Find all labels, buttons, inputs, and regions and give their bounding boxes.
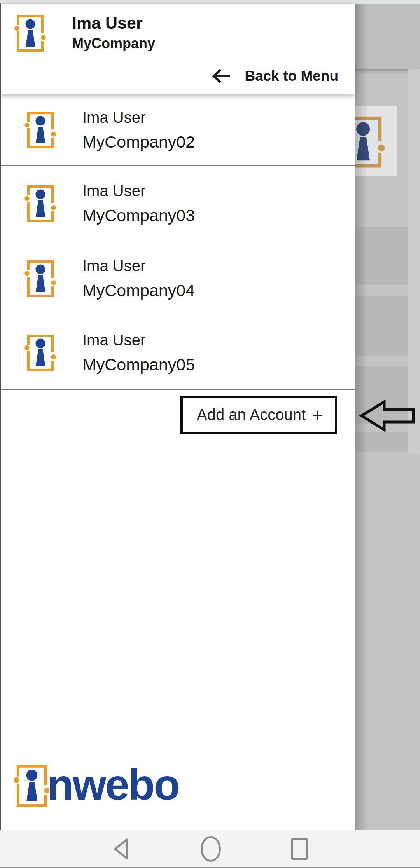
current-user-name: Ima User [72,14,143,32]
account-row[interactable]: Ima User MyCompany02 [0,94,355,166]
inwebo-account-icon [9,12,46,53]
nav-back-button[interactable] [112,838,130,860]
account-user-name: Ima User [82,258,195,273]
account-row-icon [19,183,56,223]
arrow-left-icon [212,68,231,84]
account-row-icon [19,332,56,373]
account-drawer: Ima User MyCompany Back to Menu Ima User… [0,4,355,830]
inwebo-account-icon [19,109,56,150]
account-row-icon [19,258,56,298]
account-row[interactable]: Ima User MyCompany04 [0,241,355,315]
account-row-text: Ima User MyCompany04 [82,258,195,298]
android-nav-bar [0,830,420,868]
back-triangle-icon [112,838,130,860]
app-screen: Ima User MyCompany Back to Menu Ima User… [0,0,420,868]
account-user-name: Ima User [82,332,195,347]
account-row-text: Ima User MyCompany03 [82,183,195,224]
inwebo-account-icon [19,258,56,298]
current-account-name: MyCompany [72,36,155,51]
account-company-name: MyCompany02 [82,133,195,150]
inwebo-logo-icon [8,762,50,809]
inwebo-wordmark: nwebo [47,763,179,807]
account-list: Ima User MyCompany02 Ima User MyCompany0… [0,94,355,390]
add-account-label: Add an Account [197,406,312,424]
back-to-menu-button[interactable]: Back to Menu [212,64,338,88]
inwebo-account-icon [8,762,50,809]
plus-icon: + [312,405,323,425]
inwebo-logo: nwebo [0,758,233,820]
account-company-name: MyCompany04 [82,282,195,298]
recents-square-icon [290,837,309,861]
account-user-name: Ima User [82,183,195,199]
account-user-name: Ima User [82,109,195,125]
current-account-header: Ima User MyCompany Back to Menu [0,4,355,94]
account-row[interactable]: Ima User MyCompany05 [0,315,355,390]
add-account-button[interactable]: Add an Account + [180,396,337,434]
nav-home-button[interactable] [200,835,222,863]
home-circle-icon [200,835,222,863]
account-company-name: MyCompany05 [82,356,195,373]
nav-recents-button[interactable] [290,837,309,861]
account-row[interactable]: Ima User MyCompany03 [0,166,355,241]
account-row-text: Ima User MyCompany02 [82,109,195,150]
inwebo-account-icon [19,332,56,373]
account-row-icon [19,109,56,150]
screen-left-edge [0,3,1,830]
inwebo-account-icon [19,183,56,223]
current-account-icon [9,12,46,53]
back-to-menu-label: Back to Menu [245,68,338,84]
account-row-text: Ima User MyCompany05 [82,332,195,373]
account-company-name: MyCompany03 [82,207,195,224]
background-right-strip [408,69,420,454]
left-pointing-arrow-annotation [359,400,415,432]
